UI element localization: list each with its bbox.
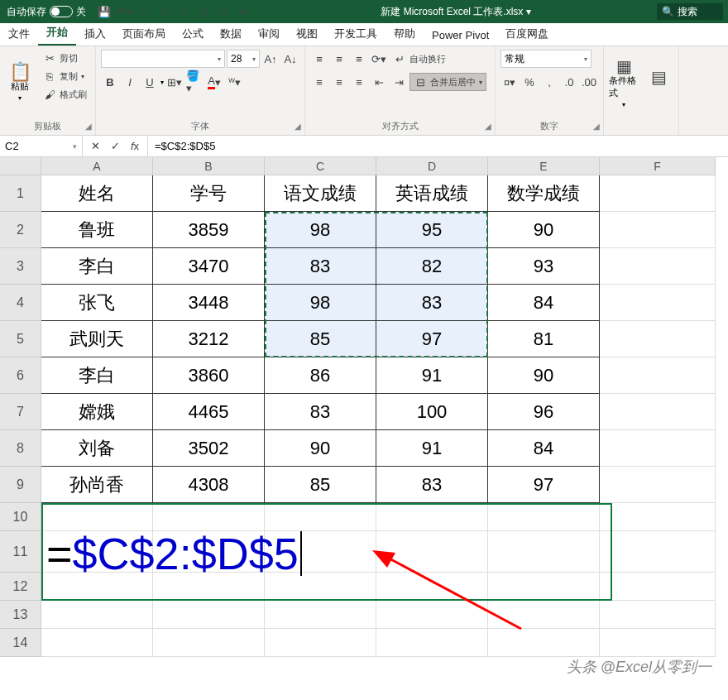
cell[interactable]: 98 xyxy=(265,212,376,248)
name-box[interactable]: C2 ▾ xyxy=(0,136,83,156)
tab-powerpivot[interactable]: Power Pivot xyxy=(424,25,497,46)
paste-button[interactable]: 📋 粘贴 ▾ xyxy=(5,50,35,117)
align-center-icon[interactable]: ≡ xyxy=(330,73,348,91)
search-box[interactable]: 🔍 搜索 xyxy=(657,3,723,20)
cell[interactable]: 85 xyxy=(265,467,376,503)
indent-dec-icon[interactable]: ⇤ xyxy=(370,73,388,91)
number-format-combo[interactable]: 常规▾ xyxy=(500,50,592,68)
cell[interactable]: 孙尚香 xyxy=(41,467,153,503)
format-painter-button[interactable]: 🖌格式刷 xyxy=(40,86,90,103)
increase-decimal-icon[interactable]: .0 xyxy=(560,73,578,91)
row-header[interactable]: 6 xyxy=(0,357,41,394)
tab-file[interactable]: 文件 xyxy=(0,22,38,46)
cell[interactable]: 刘备 xyxy=(41,430,153,467)
row-header[interactable]: 11 xyxy=(0,531,41,573)
cell[interactable]: 85 xyxy=(265,321,376,357)
cell[interactable]: 90 xyxy=(265,430,376,467)
decrease-font-icon[interactable]: A↓ xyxy=(281,50,299,68)
dialog-launcher-icon[interactable]: ◢ xyxy=(482,121,493,132)
cell[interactable] xyxy=(600,573,716,601)
cell[interactable]: 83 xyxy=(265,248,376,285)
tab-baidu[interactable]: 百度网盘 xyxy=(497,22,557,46)
cell[interactable] xyxy=(41,601,153,629)
cell[interactable] xyxy=(153,601,265,629)
cell[interactable] xyxy=(265,503,376,531)
qat-icon-2[interactable]: ▦ xyxy=(197,5,210,18)
cell[interactable]: 95 xyxy=(376,212,488,248)
underline-button[interactable]: U xyxy=(141,73,159,91)
qat-icon-3[interactable]: ▥ xyxy=(217,5,230,18)
cell[interactable]: 英语成绩 xyxy=(376,175,488,212)
cell[interactable] xyxy=(488,531,600,573)
qat-icon-1[interactable]: ⊞ xyxy=(157,5,170,18)
cell[interactable] xyxy=(376,629,488,657)
align-middle-icon[interactable]: ≡ xyxy=(330,50,348,68)
cell[interactable] xyxy=(600,357,716,394)
cell[interactable]: 91 xyxy=(376,357,488,394)
cell[interactable]: 81 xyxy=(488,321,600,357)
tab-help[interactable]: 帮助 xyxy=(386,22,424,46)
cell[interactable] xyxy=(600,285,716,321)
cell[interactable]: 90 xyxy=(488,212,600,248)
cell[interactable] xyxy=(600,175,716,212)
cell[interactable] xyxy=(153,503,265,531)
cell[interactable] xyxy=(600,531,716,573)
cell[interactable]: 100 xyxy=(376,394,488,430)
tab-formulas[interactable]: 公式 xyxy=(174,22,212,46)
dialog-launcher-icon[interactable]: ◢ xyxy=(591,121,601,132)
col-header-D[interactable]: D xyxy=(376,157,488,175)
row-header[interactable]: 5 xyxy=(0,321,41,357)
align-left-icon[interactable]: ≡ xyxy=(310,73,328,91)
cell[interactable]: 嫦娥 xyxy=(41,394,153,430)
cell[interactable]: 李白 xyxy=(41,357,153,394)
phonetic-icon[interactable]: ᵂ▾ xyxy=(225,73,243,91)
indent-inc-icon[interactable]: ⇥ xyxy=(390,73,408,91)
decrease-decimal-icon[interactable]: .00 xyxy=(580,73,598,91)
dialog-launcher-icon[interactable]: ◢ xyxy=(83,121,93,132)
qat-more-icon[interactable]: ▾ xyxy=(237,5,250,18)
cancel-icon[interactable]: ✕ xyxy=(86,140,104,153)
cell[interactable] xyxy=(376,573,488,601)
row-header[interactable]: 1 xyxy=(0,175,41,212)
select-all-corner[interactable] xyxy=(0,157,41,175)
row-header[interactable]: 8 xyxy=(0,430,41,467)
font-family-combo[interactable]: ▾ xyxy=(101,50,225,68)
cell[interactable] xyxy=(376,531,488,573)
cell[interactable]: 91 xyxy=(376,430,488,467)
cell[interactable]: 98 xyxy=(265,285,376,321)
dialog-launcher-icon[interactable]: ◢ xyxy=(292,121,303,132)
cell[interactable]: 学号 xyxy=(153,175,265,212)
cell[interactable]: 张飞 xyxy=(41,285,153,321)
cell[interactable] xyxy=(600,629,716,657)
row-header[interactable]: 3 xyxy=(0,248,41,285)
cell[interactable] xyxy=(600,321,716,357)
cell[interactable] xyxy=(488,601,600,629)
cell[interactable]: 4308 xyxy=(153,467,265,503)
cell[interactable]: 3859 xyxy=(153,212,265,248)
cell[interactable]: 84 xyxy=(488,285,600,321)
cell[interactable] xyxy=(600,503,716,531)
cell[interactable]: 3448 xyxy=(153,285,265,321)
redo-icon[interactable]: ↷ xyxy=(137,5,151,18)
cell[interactable] xyxy=(41,503,153,531)
cell[interactable] xyxy=(488,629,600,657)
cell[interactable]: 83 xyxy=(376,467,488,503)
col-header-B[interactable]: B xyxy=(153,157,265,175)
wrap-text-button[interactable]: ↵自动换行 xyxy=(390,50,449,67)
cell[interactable]: 96 xyxy=(488,394,600,430)
cell[interactable] xyxy=(600,430,716,467)
col-header-C[interactable]: C xyxy=(265,157,376,175)
cell[interactable]: 84 xyxy=(488,430,600,467)
copy-button[interactable]: ⎘复制▾ xyxy=(40,68,90,84)
cell[interactable]: 3212 xyxy=(153,321,265,357)
cell[interactable]: 4465 xyxy=(153,394,265,430)
percent-icon[interactable]: % xyxy=(520,73,539,91)
cell[interactable]: 83 xyxy=(265,394,376,430)
comma-icon[interactable]: , xyxy=(540,73,558,91)
styles-more-button[interactable]: ▤ 样式 xyxy=(644,50,673,117)
cell[interactable]: 3502 xyxy=(153,430,265,467)
row-header[interactable]: 14 xyxy=(0,629,41,657)
cell[interactable]: 3860 xyxy=(153,357,265,394)
cell[interactable] xyxy=(376,503,488,531)
cell[interactable] xyxy=(376,601,488,629)
